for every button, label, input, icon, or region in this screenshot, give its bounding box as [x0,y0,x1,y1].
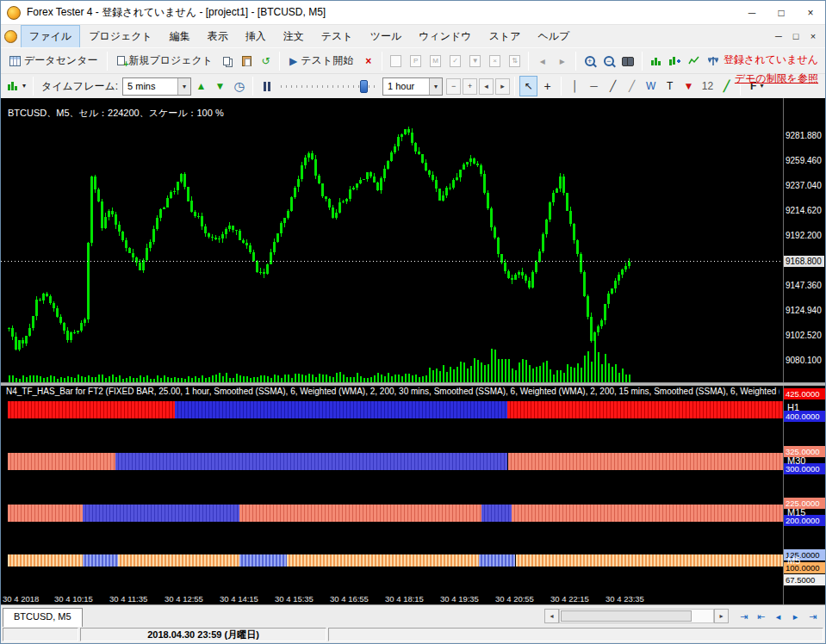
timeframe-down-button[interactable]: ▼ [211,76,229,96]
copy-button[interactable] [219,51,237,71]
scroll-left-button[interactable]: ◂ [544,609,559,623]
chart-area[interactable]: BTCUSD、M5、セル：224200、スケール：100 % 9281.8809… [1,98,825,604]
first-bar-button[interactable]: ⇤ [753,609,769,624]
indicator-scale[interactable]: 67.5000100.0000125.0000200.0000225.00003… [784,386,825,592]
price-scale-label: 9281.880 [786,131,822,140]
next-bar-button[interactable]: ▸ [787,609,804,624]
horizontal-line-tool-button[interactable]: ─ [585,76,603,96]
menu-item-view[interactable]: 表示 [199,25,237,48]
menu-item-insert[interactable]: 挿入 [237,25,275,48]
doc-icon-1 [390,55,401,67]
speed-combo-arrow-icon[interactable]: ▾ [429,78,442,95]
mdi-minimize-button[interactable]: ─ [770,28,787,45]
menu-item-store[interactable]: ストア [481,25,530,48]
speed-select[interactable]: 1 hour ▾ [382,77,443,96]
minimize-button[interactable]: ─ [737,1,767,24]
stop-test-button[interactable]: × [359,51,377,71]
indicator-pane[interactable]: N4_TF_HAS_Bar for FT2 (FIXED BAR, 25.00,… [1,386,825,592]
menu-item-project[interactable]: プロジェクト [80,25,161,48]
disabled-doc-button-3[interactable]: M [426,51,444,71]
separator [33,77,34,96]
scrollbar-track[interactable] [559,609,714,623]
time-settings-button[interactable]: ◷ [230,76,248,96]
ray-tool-button[interactable]: ╱ [623,76,641,96]
add-chart-button[interactable]: ▾ [4,76,28,96]
undo-button[interactable]: ↺ [257,51,275,71]
window-controls: ─ □ × [737,1,825,24]
demo-limit-link[interactable]: デモの制限を参照 [735,71,818,86]
find-button[interactable] [618,51,637,71]
step-forward-button[interactable]: ▸ [495,78,510,95]
disabled-doc-button-1[interactable] [387,51,405,71]
scroll-right-button[interactable]: ▸ [714,609,729,623]
numbers-tool-button[interactable]: 12 [699,76,717,96]
tab-btcusd-m5[interactable]: BTCUSD, M5 [3,608,83,628]
auto-scale-button[interactable] [704,51,722,71]
menu-item-help[interactable]: ヘルプ [529,25,578,48]
line-chart-mode-button[interactable] [685,51,703,71]
pause-button[interactable] [258,76,276,96]
time-axis[interactable]: 30 4 201830 4 10:1530 4 11:3530 4 12:553… [1,592,783,604]
panel-toggle-button-1[interactable]: ◂ [533,51,551,71]
time-axis-label: 30 4 19:35 [440,594,479,604]
test-speed-slider[interactable] [281,80,377,93]
last-bar-button[interactable]: ⇥ [804,609,821,624]
trend-line-tool-button[interactable]: ╱ [604,76,622,96]
bar-chart-mode-button[interactable] [647,51,665,71]
step-back-button[interactable]: ◂ [479,78,494,95]
timeframe-select[interactable]: 5 mins ▾ [122,77,191,96]
start-test-button[interactable]: ▶ テスト開始 [284,51,358,71]
arrow-marker-tool-button[interactable]: ▼ [680,76,698,96]
menu-item-orders[interactable]: 注文 [275,25,313,48]
menu-item-window[interactable]: ウィンドウ [410,25,480,48]
zoom-out-button[interactable]: − [599,51,618,71]
up-arrow-icon: ▲ [196,81,207,91]
chart-window-icon [4,30,17,43]
disabled-doc-button-5[interactable]: ▼ [466,51,484,71]
zoom-in-button[interactable]: + [581,51,599,71]
data-center-button[interactable]: データセンター [4,51,102,71]
new-project-button[interactable]: 新規プロジェクト [112,51,218,71]
menu-item-tools[interactable]: ツール [362,25,411,48]
price-scale-label: 9147.360 [786,281,822,290]
disabled-doc-button-6[interactable]: × [486,51,504,71]
disabled-doc-button-7[interactable]: ⇅ [506,51,524,71]
panel-toggle-button-2[interactable]: ▸ [553,51,571,71]
menu-item-testing[interactable]: テスト [313,25,362,48]
close-button[interactable]: × [796,1,825,24]
timeframe-up-button[interactable]: ▲ [192,76,210,96]
price-scale-label: 9237.040 [786,181,822,190]
candle-chart-mode-button[interactable] [666,51,684,71]
go-to-end-button[interactable]: ⇥ [736,609,752,624]
time-axis-label: 30 4 15:35 [275,594,314,604]
brush-tool-button[interactable]: ╱ [717,76,736,96]
speed-decrease-button[interactable]: − [446,78,461,95]
price-scale[interactable]: 9281.8809259.4609237.0409214.6209192.200… [784,98,825,382]
crosshair-tool-button[interactable]: + [538,76,556,96]
menu-item-edit[interactable]: 編集 [161,25,199,48]
disabled-doc-button-2[interactable]: P [407,51,425,71]
title-bar[interactable]: Forex Tester 4 - 登録されていません - [project1] … [1,1,825,25]
menu-item-file[interactable]: ファイル [21,25,80,48]
scrollbar-thumb[interactable] [561,610,692,622]
wave-tool-button[interactable]: W [642,76,660,96]
speed-slider-thumb[interactable] [360,80,368,93]
maximize-button[interactable]: □ [767,1,796,24]
pane-splitter[interactable] [1,382,825,386]
down-arrow-icon: ▼ [215,81,226,91]
cursor-tool-button[interactable]: ↖ [519,76,537,96]
previous-bar-button[interactable]: ◂ [770,609,786,624]
text-tool-button[interactable]: T [661,76,679,96]
mdi-close-button[interactable]: × [804,28,822,45]
indicator-row-label-m30: M30 [787,455,805,466]
speed-increase-button[interactable]: + [463,78,477,95]
timeframe-combo-arrow-icon[interactable]: ▾ [177,78,190,95]
paste-button[interactable] [238,51,256,71]
speed-value: 1 hour [388,81,414,91]
horizontal-scrollbar[interactable]: ◂ ▸ [544,609,729,623]
disabled-doc-button-4[interactable]: ✓ [446,51,464,71]
undo-icon: ↺ [262,56,270,66]
indicator-bar-m5-lblue [479,554,515,567]
mdi-restore-button[interactable]: □ [787,28,804,45]
vertical-line-tool-button[interactable]: │ [566,76,584,96]
